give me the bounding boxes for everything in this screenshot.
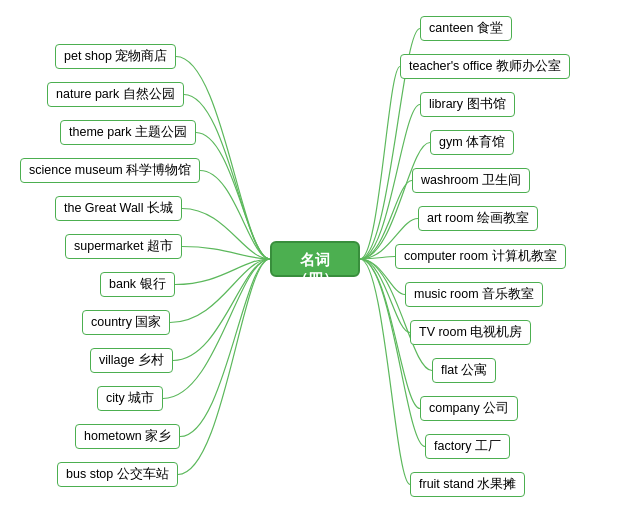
mindmap-canvas: 名词（四） pet shop 宠物商店 nature park 自然公园 the… [0,0,640,513]
node-hometown: hometown 家乡 [75,424,180,449]
node-computer-room: computer room 计算机教室 [395,244,566,269]
node-great-wall: the Great Wall 长城 [55,196,182,221]
node-city: city 城市 [97,386,163,411]
node-village: village 乡村 [90,348,173,373]
node-teachers-office: teacher's office 教师办公室 [400,54,570,79]
node-music-room: music room 音乐教室 [405,282,543,307]
node-gym: gym 体育馆 [430,130,514,155]
node-company: company 公司 [420,396,518,421]
node-supermarket: supermarket 超市 [65,234,182,259]
node-bus-stop: bus stop 公交车站 [57,462,178,487]
node-pet-shop: pet shop 宠物商店 [55,44,176,69]
node-science-museum: science museum 科学博物馆 [20,158,200,183]
node-bank: bank 银行 [100,272,175,297]
node-country: country 国家 [82,310,170,335]
node-tv-room: TV room 电视机房 [410,320,531,345]
node-theme-park: theme park 主题公园 [60,120,196,145]
node-washroom: washroom 卫生间 [412,168,530,193]
node-art-room: art room 绘画教室 [418,206,538,231]
node-factory: factory 工厂 [425,434,510,459]
node-flat: flat 公寓 [432,358,496,383]
node-fruit-stand: fruit stand 水果摊 [410,472,525,497]
node-library: library 图书馆 [420,92,515,117]
node-canteen: canteen 食堂 [420,16,512,41]
node-nature-park: nature park 自然公园 [47,82,184,107]
center-node: 名词（四） [270,241,360,277]
